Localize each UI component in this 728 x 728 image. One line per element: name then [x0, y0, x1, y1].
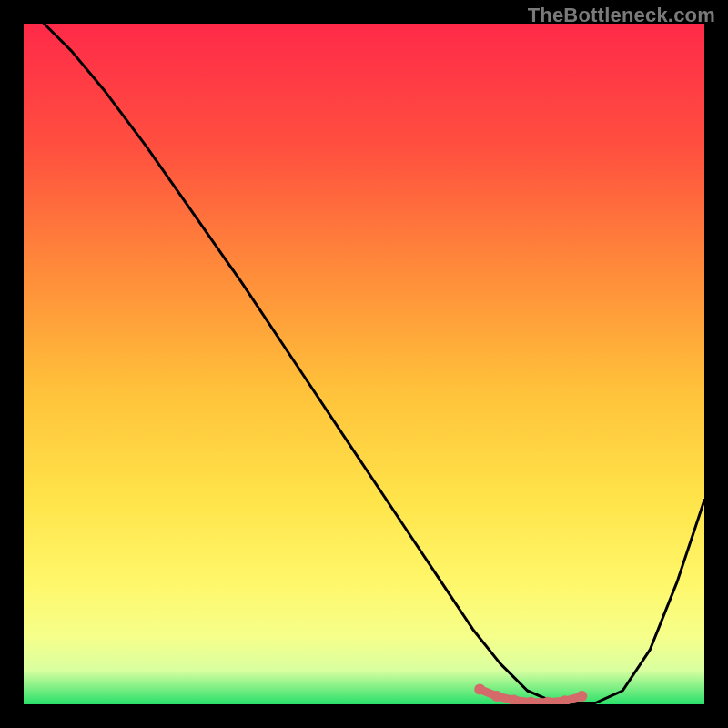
plot-background [24, 24, 704, 704]
plot-svg [24, 24, 704, 704]
highlight-dot [491, 691, 502, 702]
highlight-dot [474, 684, 485, 695]
bottleneck-plot [24, 24, 704, 704]
highlight-dot [576, 691, 587, 702]
